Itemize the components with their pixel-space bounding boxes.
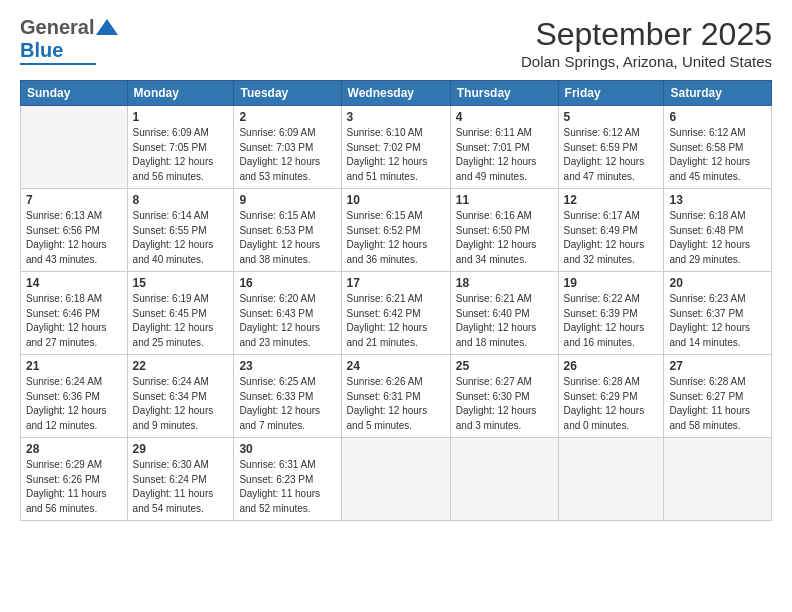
day-number: 2 bbox=[239, 110, 335, 124]
day-number: 24 bbox=[347, 359, 445, 373]
day-cell: 21Sunrise: 6:24 AMSunset: 6:36 PMDayligh… bbox=[21, 355, 128, 438]
day-info: Sunrise: 6:24 AMSunset: 6:34 PMDaylight:… bbox=[133, 375, 229, 433]
day-info: Sunrise: 6:12 AMSunset: 6:59 PMDaylight:… bbox=[564, 126, 659, 184]
day-cell bbox=[558, 438, 664, 521]
calendar-table: SundayMondayTuesdayWednesdayThursdayFrid… bbox=[20, 80, 772, 521]
day-number: 12 bbox=[564, 193, 659, 207]
col-header-saturday: Saturday bbox=[664, 81, 772, 106]
col-header-thursday: Thursday bbox=[450, 81, 558, 106]
day-cell: 2Sunrise: 6:09 AMSunset: 7:03 PMDaylight… bbox=[234, 106, 341, 189]
day-info: Sunrise: 6:31 AMSunset: 6:23 PMDaylight:… bbox=[239, 458, 335, 516]
month-title: September 2025 bbox=[521, 16, 772, 53]
day-cell: 5Sunrise: 6:12 AMSunset: 6:59 PMDaylight… bbox=[558, 106, 664, 189]
logo-divider bbox=[20, 63, 96, 65]
day-cell: 29Sunrise: 6:30 AMSunset: 6:24 PMDayligh… bbox=[127, 438, 234, 521]
week-row-1: 1Sunrise: 6:09 AMSunset: 7:05 PMDaylight… bbox=[21, 106, 772, 189]
day-info: Sunrise: 6:17 AMSunset: 6:49 PMDaylight:… bbox=[564, 209, 659, 267]
day-cell: 28Sunrise: 6:29 AMSunset: 6:26 PMDayligh… bbox=[21, 438, 128, 521]
day-cell: 19Sunrise: 6:22 AMSunset: 6:39 PMDayligh… bbox=[558, 272, 664, 355]
day-cell bbox=[450, 438, 558, 521]
day-cell: 11Sunrise: 6:16 AMSunset: 6:50 PMDayligh… bbox=[450, 189, 558, 272]
week-row-4: 21Sunrise: 6:24 AMSunset: 6:36 PMDayligh… bbox=[21, 355, 772, 438]
col-header-sunday: Sunday bbox=[21, 81, 128, 106]
day-number: 4 bbox=[456, 110, 553, 124]
col-header-monday: Monday bbox=[127, 81, 234, 106]
day-number: 23 bbox=[239, 359, 335, 373]
col-header-friday: Friday bbox=[558, 81, 664, 106]
day-cell: 16Sunrise: 6:20 AMSunset: 6:43 PMDayligh… bbox=[234, 272, 341, 355]
col-header-tuesday: Tuesday bbox=[234, 81, 341, 106]
day-cell: 13Sunrise: 6:18 AMSunset: 6:48 PMDayligh… bbox=[664, 189, 772, 272]
day-number: 6 bbox=[669, 110, 766, 124]
day-info: Sunrise: 6:22 AMSunset: 6:39 PMDaylight:… bbox=[564, 292, 659, 350]
day-cell: 7Sunrise: 6:13 AMSunset: 6:56 PMDaylight… bbox=[21, 189, 128, 272]
page: General Blue September 2025 Dolan Spring… bbox=[0, 0, 792, 612]
day-cell: 12Sunrise: 6:17 AMSunset: 6:49 PMDayligh… bbox=[558, 189, 664, 272]
day-cell: 30Sunrise: 6:31 AMSunset: 6:23 PMDayligh… bbox=[234, 438, 341, 521]
day-number: 19 bbox=[564, 276, 659, 290]
day-cell: 17Sunrise: 6:21 AMSunset: 6:42 PMDayligh… bbox=[341, 272, 450, 355]
day-number: 28 bbox=[26, 442, 122, 456]
day-info: Sunrise: 6:27 AMSunset: 6:30 PMDaylight:… bbox=[456, 375, 553, 433]
day-info: Sunrise: 6:30 AMSunset: 6:24 PMDaylight:… bbox=[133, 458, 229, 516]
day-cell: 26Sunrise: 6:28 AMSunset: 6:29 PMDayligh… bbox=[558, 355, 664, 438]
day-number: 30 bbox=[239, 442, 335, 456]
day-number: 10 bbox=[347, 193, 445, 207]
logo-general-text: General bbox=[20, 16, 94, 39]
day-number: 22 bbox=[133, 359, 229, 373]
day-cell: 9Sunrise: 6:15 AMSunset: 6:53 PMDaylight… bbox=[234, 189, 341, 272]
title-block: September 2025 Dolan Springs, Arizona, U… bbox=[521, 16, 772, 70]
week-row-2: 7Sunrise: 6:13 AMSunset: 6:56 PMDaylight… bbox=[21, 189, 772, 272]
day-info: Sunrise: 6:19 AMSunset: 6:45 PMDaylight:… bbox=[133, 292, 229, 350]
day-info: Sunrise: 6:28 AMSunset: 6:29 PMDaylight:… bbox=[564, 375, 659, 433]
day-info: Sunrise: 6:23 AMSunset: 6:37 PMDaylight:… bbox=[669, 292, 766, 350]
day-number: 17 bbox=[347, 276, 445, 290]
week-row-3: 14Sunrise: 6:18 AMSunset: 6:46 PMDayligh… bbox=[21, 272, 772, 355]
day-info: Sunrise: 6:09 AMSunset: 7:03 PMDaylight:… bbox=[239, 126, 335, 184]
day-number: 14 bbox=[26, 276, 122, 290]
day-cell: 1Sunrise: 6:09 AMSunset: 7:05 PMDaylight… bbox=[127, 106, 234, 189]
day-cell: 3Sunrise: 6:10 AMSunset: 7:02 PMDaylight… bbox=[341, 106, 450, 189]
day-info: Sunrise: 6:18 AMSunset: 6:48 PMDaylight:… bbox=[669, 209, 766, 267]
day-cell: 6Sunrise: 6:12 AMSunset: 6:58 PMDaylight… bbox=[664, 106, 772, 189]
day-cell bbox=[664, 438, 772, 521]
day-number: 25 bbox=[456, 359, 553, 373]
day-info: Sunrise: 6:13 AMSunset: 6:56 PMDaylight:… bbox=[26, 209, 122, 267]
day-number: 9 bbox=[239, 193, 335, 207]
day-info: Sunrise: 6:15 AMSunset: 6:52 PMDaylight:… bbox=[347, 209, 445, 267]
day-cell: 10Sunrise: 6:15 AMSunset: 6:52 PMDayligh… bbox=[341, 189, 450, 272]
day-info: Sunrise: 6:11 AMSunset: 7:01 PMDaylight:… bbox=[456, 126, 553, 184]
day-info: Sunrise: 6:09 AMSunset: 7:05 PMDaylight:… bbox=[133, 126, 229, 184]
svg-marker-0 bbox=[96, 19, 118, 35]
day-number: 27 bbox=[669, 359, 766, 373]
day-cell: 24Sunrise: 6:26 AMSunset: 6:31 PMDayligh… bbox=[341, 355, 450, 438]
day-number: 29 bbox=[133, 442, 229, 456]
day-info: Sunrise: 6:29 AMSunset: 6:26 PMDaylight:… bbox=[26, 458, 122, 516]
day-cell: 15Sunrise: 6:19 AMSunset: 6:45 PMDayligh… bbox=[127, 272, 234, 355]
day-number: 1 bbox=[133, 110, 229, 124]
day-number: 5 bbox=[564, 110, 659, 124]
week-row-5: 28Sunrise: 6:29 AMSunset: 6:26 PMDayligh… bbox=[21, 438, 772, 521]
day-info: Sunrise: 6:21 AMSunset: 6:42 PMDaylight:… bbox=[347, 292, 445, 350]
day-number: 18 bbox=[456, 276, 553, 290]
day-number: 15 bbox=[133, 276, 229, 290]
day-number: 16 bbox=[239, 276, 335, 290]
day-cell: 4Sunrise: 6:11 AMSunset: 7:01 PMDaylight… bbox=[450, 106, 558, 189]
day-number: 13 bbox=[669, 193, 766, 207]
day-info: Sunrise: 6:10 AMSunset: 7:02 PMDaylight:… bbox=[347, 126, 445, 184]
day-number: 8 bbox=[133, 193, 229, 207]
day-cell: 8Sunrise: 6:14 AMSunset: 6:55 PMDaylight… bbox=[127, 189, 234, 272]
day-info: Sunrise: 6:26 AMSunset: 6:31 PMDaylight:… bbox=[347, 375, 445, 433]
day-info: Sunrise: 6:15 AMSunset: 6:53 PMDaylight:… bbox=[239, 209, 335, 267]
day-info: Sunrise: 6:25 AMSunset: 6:33 PMDaylight:… bbox=[239, 375, 335, 433]
day-cell: 23Sunrise: 6:25 AMSunset: 6:33 PMDayligh… bbox=[234, 355, 341, 438]
day-cell: 20Sunrise: 6:23 AMSunset: 6:37 PMDayligh… bbox=[664, 272, 772, 355]
header-row: SundayMondayTuesdayWednesdayThursdayFrid… bbox=[21, 81, 772, 106]
header: General Blue September 2025 Dolan Spring… bbox=[20, 16, 772, 70]
logo: General Blue bbox=[20, 16, 120, 65]
day-cell: 27Sunrise: 6:28 AMSunset: 6:27 PMDayligh… bbox=[664, 355, 772, 438]
day-cell bbox=[341, 438, 450, 521]
day-number: 20 bbox=[669, 276, 766, 290]
day-number: 21 bbox=[26, 359, 122, 373]
logo-icon bbox=[96, 17, 118, 39]
